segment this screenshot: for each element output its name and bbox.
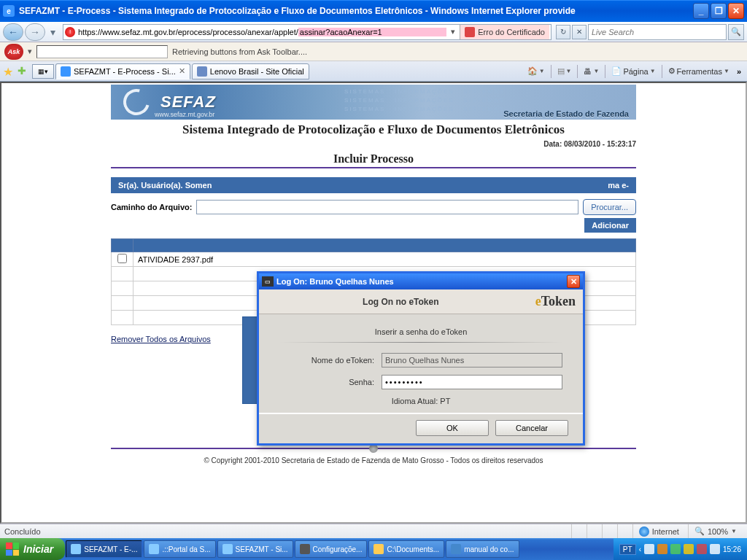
page-icon: 📄 — [611, 66, 622, 76]
forward-button[interactable]: → — [25, 23, 45, 41]
tray-expand-icon[interactable]: ‹ — [639, 545, 641, 553]
tray-icon[interactable] — [697, 544, 707, 554]
url-text-plain: https://www.sefaz.mt.gov.br/eprocess/pro… — [78, 28, 298, 36]
app-icon — [222, 544, 233, 554]
divider — [111, 167, 636, 168]
page-sub-title: Incluir Processo — [1, 152, 746, 166]
ask-search-input[interactable] — [36, 45, 168, 58]
token-name-label: Nome do eToken: — [279, 356, 382, 365]
status-cell — [617, 524, 630, 538]
security-zone[interactable]: Internet — [632, 524, 685, 538]
tray-icon[interactable] — [670, 544, 681, 554]
more-icon[interactable]: » — [734, 67, 744, 76]
print-icon: 🖶 — [584, 67, 592, 76]
app-icon — [71, 544, 81, 554]
tab-toolbar: ★ ✚ ▦▾ SEFAZMT - E-Process - Si... ✕ Len… — [0, 61, 747, 82]
browser-search-box[interactable] — [588, 24, 727, 40]
language-indicator[interactable]: PT — [619, 544, 636, 555]
sefaz-logo-icon — [118, 88, 155, 117]
ask-dropdown-icon[interactable]: ▾ — [28, 47, 32, 56]
app-icon — [149, 544, 159, 554]
tab-label: SEFAZMT - E-Process - Si... — [74, 67, 176, 76]
browser-viewport: SEFAZ www.sefaz.mt.gov.br Sistemas Infor… — [0, 82, 747, 524]
status-cell — [587, 524, 599, 538]
favorites-icon[interactable]: ★ — [3, 65, 16, 78]
dialog-titlebar[interactable]: ▭ Log On: Bruno Quelhas Nunes ✕ — [259, 273, 583, 289]
etoken-logo: eToken — [535, 294, 576, 309]
minimize-button[interactable]: _ — [693, 3, 709, 19]
taskbar-item[interactable]: SEFAZMT - E-... — [66, 540, 142, 558]
tray-icon[interactable] — [684, 544, 694, 554]
status-cell — [602, 524, 614, 538]
sefaz-banner: SEFAZ www.sefaz.mt.gov.br Sistemas Infor… — [111, 85, 636, 120]
print-button[interactable]: 🖶▼ — [581, 67, 602, 76]
banner-brand: SEFAZ — [160, 93, 216, 112]
status-cell — [571, 524, 584, 538]
clock[interactable]: 15:26 — [723, 545, 741, 553]
stop-button[interactable]: ✕ — [572, 25, 587, 39]
dialog-header-text: Log On no eToken — [266, 297, 535, 307]
globe-icon — [639, 526, 649, 537]
caminho-label: Caminho do Arquivo: — [111, 203, 192, 211]
certificate-error[interactable]: Erro do Certificado — [460, 25, 549, 39]
maximize-button[interactable]: ❐ — [711, 3, 727, 19]
back-button[interactable]: ← — [3, 23, 23, 41]
status-text: Concluído — [4, 527, 41, 536]
ask-logo-icon: Ask — [4, 44, 23, 60]
password-field[interactable] — [382, 375, 562, 389]
language-label: Idioma Atual: PT — [279, 397, 562, 405]
banner-url: www.sefaz.mt.gov.br — [155, 111, 214, 118]
tray-icon[interactable] — [644, 544, 654, 554]
feeds-button[interactable]: ▤▼ — [554, 66, 575, 76]
window-title: SEFAZMT - E-Process - Sistema Integrado … — [19, 6, 693, 16]
taskbar-item[interactable]: manual do co... — [446, 540, 519, 558]
address-bar[interactable]: ! https://www.sefaz.mt.gov.br/eprocess/p… — [63, 24, 551, 40]
home-button[interactable]: 🏠▼ — [525, 66, 548, 76]
tray-icon[interactable] — [710, 544, 720, 554]
file-path-input[interactable] — [196, 200, 578, 214]
word-icon — [451, 544, 461, 554]
footer-divider — [111, 448, 636, 449]
procurar-button[interactable]: Procurar... — [583, 199, 636, 215]
tab-close-icon[interactable]: ✕ — [179, 66, 185, 76]
taskbar-item[interactable]: .::Portal da S... — [144, 540, 215, 558]
zoom-control[interactable]: 🔍100%▼ — [688, 524, 743, 538]
tools-menu[interactable]: ⚙Ferramentas▼ — [665, 66, 732, 76]
system-tray[interactable]: PT ‹ 15:26 — [614, 538, 747, 560]
token-name-field — [382, 353, 562, 368]
remove-all-link[interactable]: Remover Todos os Arquivos — [111, 335, 211, 343]
recent-dropdown[interactable]: ▾ — [47, 23, 58, 41]
banner-keywords: Sistemas Informações Sistemas Sistemas I… — [344, 88, 505, 114]
tab-label: Lenovo Brasil - Site Oficial — [210, 67, 304, 76]
assign-popup-edge — [242, 316, 258, 404]
dialog-close-button[interactable]: ✕ — [567, 275, 580, 288]
dialog-title-text: Log On: Bruno Quelhas Nunes — [276, 277, 394, 286]
page-menu[interactable]: 📄Página▼ — [608, 66, 658, 76]
tray-icon[interactable] — [657, 544, 667, 554]
refresh-button[interactable]: ↻ — [556, 25, 570, 39]
tab-favicon-icon — [197, 66, 207, 77]
dialog-ok-button[interactable]: OK — [416, 420, 489, 436]
search-input[interactable] — [592, 28, 723, 36]
dialog-cancel-button[interactable]: Cancelar — [495, 420, 568, 436]
start-button[interactable]: Iniciar — [0, 538, 65, 560]
table-row: ATIVIDADE 2937.pdf — [112, 252, 636, 267]
file-checkbox[interactable] — [117, 254, 127, 263]
search-go-button[interactable]: 🔍 — [728, 24, 744, 40]
tab-sefazmt[interactable]: SEFAZMT - E-Process - Si... ✕ — [55, 63, 190, 79]
tab-lenovo[interactable]: Lenovo Brasil - Site Oficial — [192, 63, 309, 79]
zoom-icon: 🔍 — [694, 526, 705, 536]
password-label: Senha: — [279, 378, 382, 386]
taskbar-item[interactable]: C:\Documents... — [368, 540, 444, 558]
ie-icon: e — [3, 5, 15, 17]
windows-taskbar: Iniciar SEFAZMT - E-... .::Portal da S..… — [0, 538, 747, 560]
taskbar-item[interactable]: SEFAZMT - Si... — [217, 540, 293, 558]
add-favorite-icon[interactable]: ✚ — [18, 65, 31, 78]
adicionar-button[interactable]: Adicionar — [584, 218, 636, 233]
window-close-button[interactable]: ✕ — [728, 3, 744, 19]
quick-tabs-button[interactable]: ▦▾ — [32, 64, 54, 79]
taskbar-item[interactable]: Configuraçõe... — [295, 540, 368, 558]
tab-favicon-icon — [61, 66, 71, 77]
url-dropdown-icon[interactable]: ▾ — [446, 27, 460, 36]
dialog-form-title: Inserir a senha do eToken — [279, 327, 562, 336]
